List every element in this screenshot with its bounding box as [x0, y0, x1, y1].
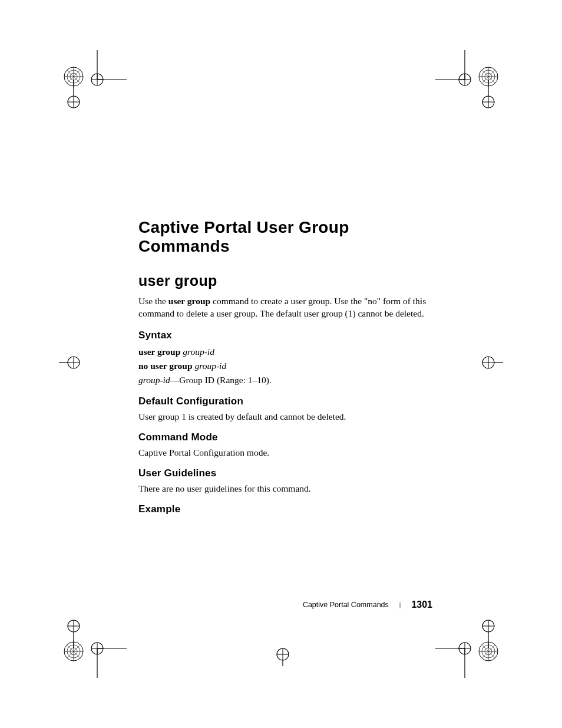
crop-mark-top-left: [56, 50, 127, 121]
footer-separator: |: [399, 602, 401, 608]
syntax-param: group-id: [138, 375, 170, 385]
intro-command: user group: [168, 296, 210, 306]
syntax-line-2: no user group group-id: [138, 359, 433, 373]
default-config-text: User group 1 is created by default and c…: [138, 411, 433, 423]
syntax-line-3: group-id—Group ID (Range: 1–10).: [138, 373, 433, 387]
user-guidelines-heading: User Guidelines: [138, 467, 433, 479]
syntax-cmd-1: user group: [138, 347, 180, 357]
crop-mark-top-right: [435, 50, 506, 121]
syntax-arg-1: group-id: [180, 347, 214, 357]
user-guidelines-text: There are no user guidelines for this co…: [138, 483, 433, 495]
syntax-cmd-2: no user group: [138, 361, 193, 371]
syntax-heading: Syntax: [138, 330, 433, 341]
syntax-line-1: user group group-id: [138, 345, 433, 359]
chapter-title: Captive Portal User Group Commands: [138, 218, 433, 256]
crop-mark-mid-right: [474, 351, 503, 374]
section-title: user group: [138, 272, 433, 289]
page-content: Captive Portal User Group Commands user …: [138, 218, 433, 519]
syntax-param-desc: —Group ID (Range: 1–10).: [170, 375, 272, 385]
syntax-arg-2: group-id: [193, 361, 227, 371]
default-config-heading: Default Configuration: [138, 396, 433, 407]
page-footer: Captive Portal Commands | 1301: [303, 599, 432, 610]
crop-mark-bottom-center: [268, 643, 297, 666]
section-intro: Use the user group command to create a u…: [138, 295, 433, 320]
crop-mark-mid-left: [59, 351, 88, 374]
crop-mark-bottom-right: [435, 607, 506, 678]
example-heading: Example: [138, 503, 433, 515]
footer-chapter-name: Captive Portal Commands: [303, 601, 389, 609]
command-mode-heading: Command Mode: [138, 431, 433, 443]
intro-prefix: Use the: [138, 296, 168, 306]
footer-page-number: 1301: [411, 599, 432, 610]
command-mode-text: Captive Portal Configuration mode.: [138, 447, 433, 459]
crop-mark-bottom-left: [56, 607, 127, 678]
